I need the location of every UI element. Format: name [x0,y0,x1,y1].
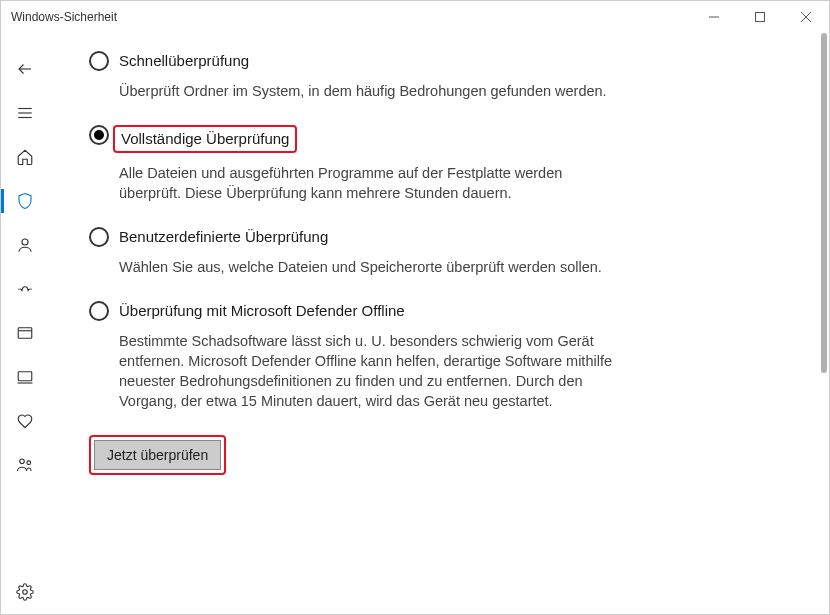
svg-rect-1 [756,13,765,22]
option-desc: Wählen Sie aus, welche Dateien und Speic… [119,257,619,277]
option-full-scan[interactable]: Vollständige Überprüfung Alle Dateien un… [89,125,789,203]
back-button[interactable] [1,47,49,91]
radio-icon[interactable] [89,227,109,247]
svg-point-8 [22,239,28,245]
scan-now-button[interactable]: Jetzt überprüfen [94,440,221,470]
radio-icon[interactable] [89,51,109,71]
scrollbar[interactable] [821,33,827,373]
settings-icon[interactable] [1,570,49,614]
radio-icon[interactable] [89,301,109,321]
family-icon[interactable] [1,443,49,487]
radio-icon[interactable] [89,125,109,145]
firewall-icon[interactable] [1,267,49,311]
option-quick-scan[interactable]: Schnellüberprüfung Überprüft Ordner im S… [89,51,789,101]
option-custom-scan[interactable]: Benutzerdefinierte Überprüfung Wählen Si… [89,227,789,277]
hamburger-menu[interactable] [1,91,49,135]
scan-now-highlight: Jetzt überprüfen [89,435,226,475]
svg-point-15 [23,590,28,595]
app-browser-icon[interactable] [1,311,49,355]
device-security-icon[interactable] [1,355,49,399]
option-offline-scan[interactable]: Überprüfung mit Microsoft Defender Offli… [89,301,789,411]
sidebar [1,33,49,614]
content-area: Schnellüberprüfung Überprüft Ordner im S… [49,33,829,614]
option-desc: Überprüft Ordner im System, in dem häufi… [119,81,619,101]
device-health-icon[interactable] [1,399,49,443]
option-title: Benutzerdefinierte Überprüfung [119,227,328,247]
option-title: Schnellüberprüfung [119,51,249,71]
home-icon[interactable] [1,135,49,179]
option-title: Überprüfung mit Microsoft Defender Offli… [119,301,405,321]
svg-rect-9 [18,328,32,339]
close-button[interactable] [783,1,829,33]
option-desc: Alle Dateien und ausgeführten Programme … [119,163,619,203]
account-icon[interactable] [1,223,49,267]
maximize-button[interactable] [737,1,783,33]
shield-icon[interactable] [1,179,49,223]
minimize-button[interactable] [691,1,737,33]
svg-rect-11 [18,372,32,381]
option-title: Vollständige Überprüfung [113,125,297,153]
option-desc: Bestimmte Schadsoftware lässt sich u. U.… [119,331,619,411]
svg-point-13 [20,459,25,464]
titlebar: Windows-Sicherheit [1,1,829,33]
window-title: Windows-Sicherheit [11,10,117,24]
svg-point-14 [27,461,31,465]
